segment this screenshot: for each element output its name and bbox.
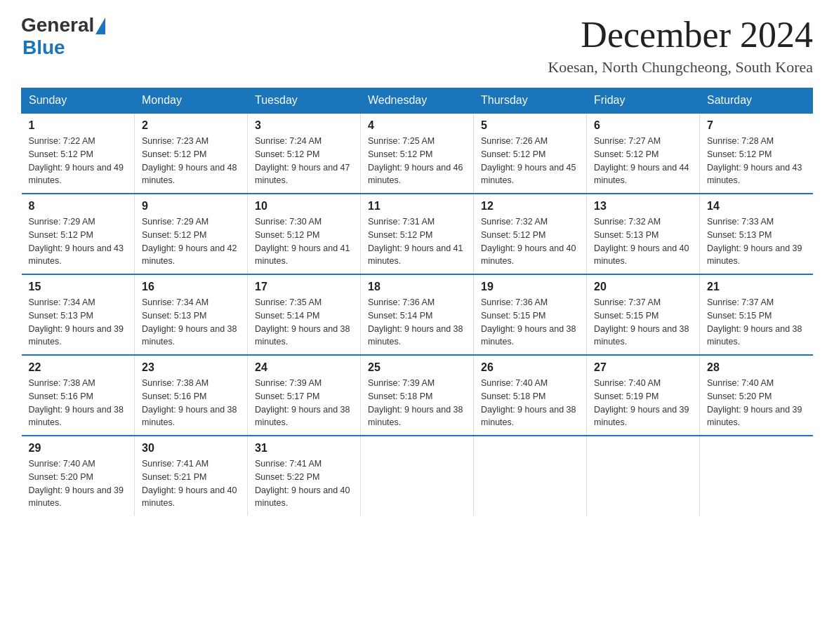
day-cell: 14 Sunrise: 7:33 AMSunset: 5:13 PMDaylig… (700, 194, 813, 274)
day-number: 29 (29, 442, 128, 455)
day-number: 30 (142, 442, 240, 455)
day-info: Sunrise: 7:35 AMSunset: 5:14 PMDaylight:… (255, 297, 350, 347)
day-info: Sunrise: 7:41 AMSunset: 5:22 PMDaylight:… (255, 459, 350, 508)
day-info: Sunrise: 7:28 AMSunset: 5:12 PMDaylight:… (707, 136, 802, 185)
day-info: Sunrise: 7:36 AMSunset: 5:14 PMDaylight:… (368, 297, 463, 347)
day-info: Sunrise: 7:31 AMSunset: 5:12 PMDaylight:… (368, 217, 463, 266)
day-info: Sunrise: 7:34 AMSunset: 5:13 PMDaylight:… (142, 297, 237, 347)
logo-blue-text: Blue (22, 36, 65, 59)
day-cell: 13 Sunrise: 7:32 AMSunset: 5:13 PMDaylig… (587, 194, 700, 274)
day-cell: 19 Sunrise: 7:36 AMSunset: 5:15 PMDaylig… (474, 274, 587, 355)
week-row-3: 15 Sunrise: 7:34 AMSunset: 5:13 PMDaylig… (22, 274, 813, 355)
day-cell: 28 Sunrise: 7:40 AMSunset: 5:20 PMDaylig… (700, 355, 813, 436)
day-info: Sunrise: 7:29 AMSunset: 5:12 PMDaylight:… (142, 217, 237, 266)
header-saturday: Saturday (700, 88, 813, 114)
day-info: Sunrise: 7:39 AMSunset: 5:18 PMDaylight:… (368, 378, 463, 427)
week-row-5: 29 Sunrise: 7:40 AMSunset: 5:20 PMDaylig… (22, 436, 813, 516)
header-thursday: Thursday (474, 88, 587, 114)
day-number: 20 (594, 281, 692, 293)
calendar-subtitle: Koesan, North Chungcheong, South Korea (548, 58, 813, 76)
day-number: 21 (707, 281, 806, 293)
day-number: 23 (142, 361, 240, 374)
day-cell (700, 436, 813, 516)
day-number: 22 (29, 361, 128, 374)
day-info: Sunrise: 7:32 AMSunset: 5:12 PMDaylight:… (481, 217, 576, 266)
week-row-4: 22 Sunrise: 7:38 AMSunset: 5:16 PMDaylig… (22, 355, 813, 436)
day-info: Sunrise: 7:37 AMSunset: 5:15 PMDaylight:… (707, 297, 802, 347)
day-info: Sunrise: 7:24 AMSunset: 5:12 PMDaylight:… (255, 136, 350, 185)
day-cell: 25 Sunrise: 7:39 AMSunset: 5:18 PMDaylig… (361, 355, 474, 436)
day-cell: 30 Sunrise: 7:41 AMSunset: 5:21 PMDaylig… (135, 436, 248, 516)
day-cell: 12 Sunrise: 7:32 AMSunset: 5:12 PMDaylig… (474, 194, 587, 274)
day-cell: 7 Sunrise: 7:28 AMSunset: 5:12 PMDayligh… (700, 113, 813, 194)
day-cell: 20 Sunrise: 7:37 AMSunset: 5:15 PMDaylig… (587, 274, 700, 355)
day-info: Sunrise: 7:40 AMSunset: 5:20 PMDaylight:… (29, 459, 124, 508)
day-cell: 10 Sunrise: 7:30 AMSunset: 5:12 PMDaylig… (248, 194, 361, 274)
day-cell: 6 Sunrise: 7:27 AMSunset: 5:12 PMDayligh… (587, 113, 700, 194)
day-info: Sunrise: 7:32 AMSunset: 5:13 PMDaylight:… (594, 217, 689, 266)
day-cell: 31 Sunrise: 7:41 AMSunset: 5:22 PMDaylig… (248, 436, 361, 516)
day-cell: 23 Sunrise: 7:38 AMSunset: 5:16 PMDaylig… (135, 355, 248, 436)
day-info: Sunrise: 7:29 AMSunset: 5:12 PMDaylight:… (29, 217, 124, 266)
day-number: 12 (481, 200, 579, 213)
day-number: 3 (255, 119, 353, 132)
title-area: December 2024 Koesan, North Chungcheong,… (548, 14, 813, 76)
day-info: Sunrise: 7:23 AMSunset: 5:12 PMDaylight:… (142, 136, 237, 185)
day-cell: 29 Sunrise: 7:40 AMSunset: 5:20 PMDaylig… (22, 436, 135, 516)
day-cell: 5 Sunrise: 7:26 AMSunset: 5:12 PMDayligh… (474, 113, 587, 194)
day-number: 19 (481, 281, 579, 293)
day-info: Sunrise: 7:30 AMSunset: 5:12 PMDaylight:… (255, 217, 350, 266)
day-cell: 1 Sunrise: 7:22 AMSunset: 5:12 PMDayligh… (22, 113, 135, 194)
day-cell: 18 Sunrise: 7:36 AMSunset: 5:14 PMDaylig… (361, 274, 474, 355)
day-number: 1 (29, 119, 128, 132)
day-info: Sunrise: 7:40 AMSunset: 5:19 PMDaylight:… (594, 378, 689, 427)
header-monday: Monday (135, 88, 248, 114)
day-cell: 17 Sunrise: 7:35 AMSunset: 5:14 PMDaylig… (248, 274, 361, 355)
day-cell: 26 Sunrise: 7:40 AMSunset: 5:18 PMDaylig… (474, 355, 587, 436)
day-number: 28 (707, 361, 806, 374)
week-row-2: 8 Sunrise: 7:29 AMSunset: 5:12 PMDayligh… (22, 194, 813, 274)
day-info: Sunrise: 7:33 AMSunset: 5:13 PMDaylight:… (707, 217, 802, 266)
logo: General Blue (21, 14, 105, 59)
day-info: Sunrise: 7:25 AMSunset: 5:12 PMDaylight:… (368, 136, 463, 185)
day-info: Sunrise: 7:39 AMSunset: 5:17 PMDaylight:… (255, 378, 350, 427)
day-number: 2 (142, 119, 240, 132)
day-cell: 21 Sunrise: 7:37 AMSunset: 5:15 PMDaylig… (700, 274, 813, 355)
day-number: 15 (29, 281, 128, 293)
day-cell (474, 436, 587, 516)
day-number: 10 (255, 200, 353, 213)
day-number: 13 (594, 200, 692, 213)
day-cell: 27 Sunrise: 7:40 AMSunset: 5:19 PMDaylig… (587, 355, 700, 436)
header: General Blue December 2024 Koesan, North… (21, 14, 813, 76)
calendar-table: SundayMondayTuesdayWednesdayThursdayFrid… (21, 88, 813, 516)
day-cell: 8 Sunrise: 7:29 AMSunset: 5:12 PMDayligh… (22, 194, 135, 274)
header-wednesday: Wednesday (361, 88, 474, 114)
day-cell: 16 Sunrise: 7:34 AMSunset: 5:13 PMDaylig… (135, 274, 248, 355)
day-cell: 15 Sunrise: 7:34 AMSunset: 5:13 PMDaylig… (22, 274, 135, 355)
day-number: 31 (255, 442, 353, 455)
logo-triangle-icon (95, 18, 105, 34)
day-number: 27 (594, 361, 692, 374)
day-number: 26 (481, 361, 579, 374)
calendar-title: December 2024 (548, 14, 813, 55)
day-info: Sunrise: 7:40 AMSunset: 5:20 PMDaylight:… (707, 378, 802, 427)
day-cell: 9 Sunrise: 7:29 AMSunset: 5:12 PMDayligh… (135, 194, 248, 274)
day-info: Sunrise: 7:38 AMSunset: 5:16 PMDaylight:… (142, 378, 237, 427)
day-cell (361, 436, 474, 516)
header-tuesday: Tuesday (248, 88, 361, 114)
day-number: 11 (368, 200, 466, 213)
day-number: 18 (368, 281, 466, 293)
day-number: 6 (594, 119, 692, 132)
day-number: 5 (481, 119, 579, 132)
day-info: Sunrise: 7:34 AMSunset: 5:13 PMDaylight:… (29, 297, 124, 347)
day-cell: 2 Sunrise: 7:23 AMSunset: 5:12 PMDayligh… (135, 113, 248, 194)
day-info: Sunrise: 7:36 AMSunset: 5:15 PMDaylight:… (481, 297, 576, 347)
day-number: 17 (255, 281, 353, 293)
logo-general-text: General (21, 14, 94, 36)
day-number: 24 (255, 361, 353, 374)
week-row-1: 1 Sunrise: 7:22 AMSunset: 5:12 PMDayligh… (22, 113, 813, 194)
day-cell: 22 Sunrise: 7:38 AMSunset: 5:16 PMDaylig… (22, 355, 135, 436)
header-sunday: Sunday (22, 88, 135, 114)
day-number: 25 (368, 361, 466, 374)
day-cell: 24 Sunrise: 7:39 AMSunset: 5:17 PMDaylig… (248, 355, 361, 436)
